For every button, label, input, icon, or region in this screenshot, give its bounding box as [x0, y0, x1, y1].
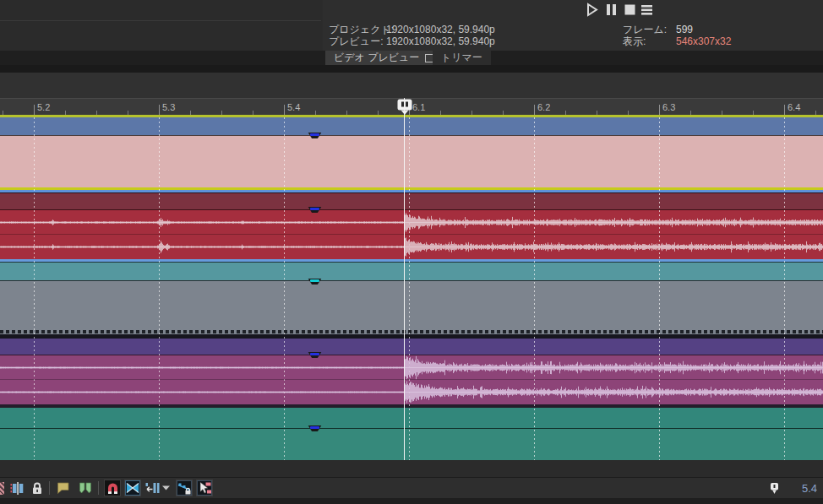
preview-label: プレビュー:: [329, 36, 383, 47]
cursor-position-value: 5.4: [802, 482, 817, 495]
lock-icon: [30, 480, 45, 496]
menu-icon: [640, 3, 654, 17]
dock-tab-bar: ビデオ プレビュー ✕ トリマー: [0, 51, 823, 65]
timeline-tracks: [0, 73, 823, 477]
pause-button[interactable]: [603, 2, 619, 18]
edit-toolbar: 5.4: [0, 477, 823, 498]
play-icon: [585, 3, 599, 17]
auto-crossfade-icon: [125, 480, 140, 496]
playhead-cursor-flag[interactable]: [397, 99, 412, 117]
grid-line: [659, 117, 660, 460]
marker-icon: [56, 480, 71, 496]
video-event-green[interactable]: [0, 428, 823, 460]
audio-waveform: [0, 209, 823, 259]
grid-line: [34, 117, 35, 460]
cursor-position-pin-icon: [766, 480, 782, 496]
pause-icon: [604, 3, 619, 17]
project-value: 1920x1080x32, 59.940p: [386, 24, 495, 35]
tab-trimmer[interactable]: トリマー: [433, 51, 491, 65]
audio-waveform: [0, 355, 823, 404]
dropdown-caret-icon: [162, 485, 171, 490]
stop-button[interactable]: [622, 2, 638, 18]
auto-ripple-icon: [144, 480, 160, 496]
audio-track-strip-purple[interactable]: [0, 339, 823, 355]
event-group-marker-bar: [310, 353, 319, 355]
video-event-pink[interactable]: [0, 135, 823, 187]
snap-toggle-button[interactable]: [104, 480, 121, 496]
split-trim-icon: [10, 480, 25, 496]
ignore-event-grouping-toggle-button[interactable]: [196, 480, 213, 496]
region-icon: [78, 480, 93, 496]
video-preview-panel: [0, 0, 324, 51]
grid-line: [284, 117, 285, 460]
timeline: 5.25.35.46.16.26.36.4: [0, 73, 823, 477]
video-track-strip-blue[interactable]: [0, 117, 823, 135]
tab-video-preview-label: ビデオ プレビュー: [334, 51, 419, 65]
tab-trimmer-label: トリマー: [441, 51, 482, 65]
snap-icon: [106, 481, 120, 496]
display-label: 表示:: [623, 36, 646, 47]
event-group-marker-bar: [310, 208, 319, 210]
video-track-strip-green[interactable]: [0, 408, 823, 428]
audio-track-strip-red[interactable]: [0, 192, 823, 209]
display-value: 546x307x32: [676, 36, 731, 47]
video-track-strip-teal[interactable]: [0, 262, 823, 280]
toolbar-separator: [98, 481, 99, 495]
stop-icon: [623, 3, 637, 17]
project-label: プロジェクト:: [329, 24, 394, 35]
split-trim-button[interactable]: [10, 480, 25, 496]
ripple-dropdown-button[interactable]: [161, 480, 172, 496]
play-button[interactable]: [584, 2, 600, 18]
statusbar-bottom-strip: [0, 498, 823, 504]
preview-status-panel: プロジェクト: 1920x1080x32, 59.940p プレビュー: 192…: [323, 0, 823, 51]
event-group-marker-bar: [310, 279, 319, 282]
timeline-empty-area: [0, 460, 823, 477]
preview-menu-button[interactable]: [639, 2, 655, 18]
event-frame-notches: [0, 330, 823, 333]
clipped-tool-icon[interactable]: [0, 480, 5, 496]
grid-line: [534, 117, 535, 460]
video-event-gray[interactable]: [0, 280, 823, 334]
tab-gap-strip: [0, 65, 823, 73]
preview-value: 1920x1080x32, 59.940p: [386, 36, 495, 47]
grid-line: [159, 117, 160, 460]
frame-label: フレーム:: [623, 24, 667, 35]
insert-region-button[interactable]: [78, 480, 93, 496]
auto-ripple-button[interactable]: [144, 480, 160, 496]
preview-panel-seam: [0, 20, 321, 21]
event-group-marker-bar: [310, 133, 319, 136]
auto-crossfade-toggle-button[interactable]: [124, 480, 141, 496]
lock-envelopes-toggle-button[interactable]: [176, 480, 193, 496]
lock-envelopes-icon: [177, 480, 192, 496]
playhead-line[interactable]: [404, 98, 405, 460]
grid-line: [409, 117, 410, 460]
ignore-grouping-icon: [197, 480, 212, 496]
lock-button[interactable]: [30, 480, 45, 496]
insert-marker-button[interactable]: [56, 480, 71, 496]
toolbar-separator: [49, 481, 50, 495]
frame-value: 599: [676, 24, 693, 35]
grid-line: [784, 117, 785, 460]
event-group-marker-bar: [310, 426, 319, 429]
vegas-editor-window: プロジェクト: 1920x1080x32, 59.940p プレビュー: 192…: [0, 0, 823, 504]
